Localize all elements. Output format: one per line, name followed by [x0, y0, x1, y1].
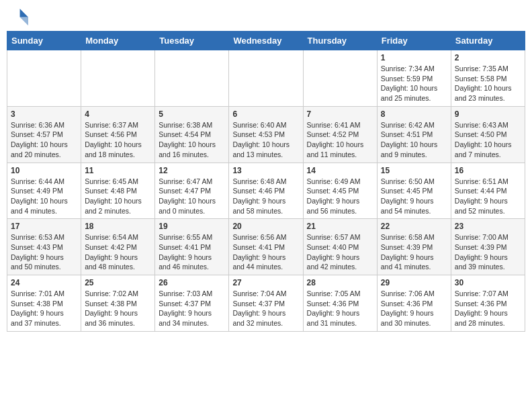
day-number: 10	[11, 166, 77, 175]
logo-icon	[9, 7, 28, 26]
day-info: Sunrise: 6:45 AM Sunset: 4:48 PM Dayligh…	[85, 177, 151, 216]
calendar-cell: 10Sunrise: 6:44 AM Sunset: 4:49 PM Dayli…	[7, 163, 81, 219]
calendar-cell: 15Sunrise: 6:50 AM Sunset: 4:45 PM Dayli…	[377, 163, 451, 219]
calendar-header: SundayMondayTuesdayWednesdayThursdayFrid…	[7, 32, 525, 50]
day-number: 18	[85, 222, 151, 231]
calendar-cell: 17Sunrise: 6:53 AM Sunset: 4:43 PM Dayli…	[7, 219, 81, 275]
day-info: Sunrise: 7:34 AM Sunset: 5:59 PM Dayligh…	[381, 64, 447, 103]
day-number: 23	[455, 222, 521, 231]
calendar-cell: 13Sunrise: 6:48 AM Sunset: 4:46 PM Dayli…	[229, 163, 303, 219]
day-number: 8	[381, 109, 447, 119]
day-info: Sunrise: 6:40 AM Sunset: 4:53 PM Dayligh…	[232, 120, 299, 160]
day-info: Sunrise: 7:00 AM Sunset: 4:39 PM Dayligh…	[455, 232, 521, 272]
day-of-week-wednesday: Wednesday	[229, 32, 303, 50]
day-info: Sunrise: 6:50 AM Sunset: 4:45 PM Dayligh…	[381, 177, 447, 216]
day-number: 13	[232, 166, 299, 175]
day-number: 21	[307, 222, 373, 231]
calendar-cell: 6Sunrise: 6:40 AM Sunset: 4:53 PM Daylig…	[229, 106, 303, 163]
day-number: 12	[159, 166, 225, 175]
day-number: 2	[455, 53, 521, 62]
day-number: 25	[85, 278, 151, 287]
day-number: 6	[232, 109, 299, 119]
calendar-cell: 20Sunrise: 6:56 AM Sunset: 4:41 PM Dayli…	[229, 219, 303, 275]
day-info: Sunrise: 7:02 AM Sunset: 4:38 PM Dayligh…	[85, 289, 151, 328]
day-info: Sunrise: 6:49 AM Sunset: 4:45 PM Dayligh…	[307, 177, 373, 216]
day-info: Sunrise: 6:48 AM Sunset: 4:46 PM Dayligh…	[232, 177, 299, 216]
day-of-week-tuesday: Tuesday	[155, 32, 229, 50]
calendar-cell: 4Sunrise: 6:37 AM Sunset: 4:56 PM Daylig…	[81, 106, 155, 163]
day-number: 7	[307, 109, 373, 119]
day-of-week-sunday: Sunday	[7, 32, 81, 50]
calendar-cell: 7Sunrise: 6:41 AM Sunset: 4:52 PM Daylig…	[303, 106, 377, 163]
calendar-cell: 2Sunrise: 7:35 AM Sunset: 5:58 PM Daylig…	[451, 50, 525, 107]
day-number: 30	[455, 278, 521, 287]
calendar-cell	[81, 50, 155, 107]
calendar-cell: 11Sunrise: 6:45 AM Sunset: 4:48 PM Dayli…	[81, 163, 155, 219]
day-number: 29	[381, 278, 447, 287]
calendar-table: SundayMondayTuesdayWednesdayThursdayFrid…	[7, 31, 525, 332]
day-info: Sunrise: 6:58 AM Sunset: 4:39 PM Dayligh…	[381, 232, 447, 272]
day-number: 24	[11, 278, 77, 287]
day-info: Sunrise: 6:47 AM Sunset: 4:47 PM Dayligh…	[159, 177, 225, 216]
calendar-cell: 24Sunrise: 7:01 AM Sunset: 4:38 PM Dayli…	[7, 275, 81, 332]
calendar-cell: 16Sunrise: 6:51 AM Sunset: 4:44 PM Dayli…	[451, 163, 525, 219]
page-header	[7, 7, 525, 26]
day-info: Sunrise: 6:36 AM Sunset: 4:57 PM Dayligh…	[11, 120, 77, 160]
calendar-week-3: 10Sunrise: 6:44 AM Sunset: 4:49 PM Dayli…	[7, 163, 525, 219]
day-info: Sunrise: 6:38 AM Sunset: 4:54 PM Dayligh…	[159, 120, 225, 160]
day-info: Sunrise: 6:55 AM Sunset: 4:41 PM Dayligh…	[159, 232, 225, 272]
day-number: 20	[232, 222, 299, 231]
day-info: Sunrise: 6:44 AM Sunset: 4:49 PM Dayligh…	[11, 177, 77, 216]
logo	[9, 7, 31, 26]
day-info: Sunrise: 6:54 AM Sunset: 4:42 PM Dayligh…	[85, 232, 151, 272]
day-number: 4	[85, 109, 151, 119]
day-info: Sunrise: 7:01 AM Sunset: 4:38 PM Dayligh…	[11, 289, 77, 328]
calendar-cell: 25Sunrise: 7:02 AM Sunset: 4:38 PM Dayli…	[81, 275, 155, 332]
calendar-week-5: 24Sunrise: 7:01 AM Sunset: 4:38 PM Dayli…	[7, 275, 525, 332]
calendar-cell: 30Sunrise: 7:07 AM Sunset: 4:36 PM Dayli…	[451, 275, 525, 332]
day-info: Sunrise: 6:56 AM Sunset: 4:41 PM Dayligh…	[232, 232, 299, 272]
day-of-week-saturday: Saturday	[451, 32, 525, 50]
day-number: 27	[232, 278, 299, 287]
day-number: 17	[11, 222, 77, 231]
day-info: Sunrise: 7:06 AM Sunset: 4:36 PM Dayligh…	[381, 289, 447, 328]
calendar-week-2: 3Sunrise: 6:36 AM Sunset: 4:57 PM Daylig…	[7, 106, 525, 163]
day-of-week-monday: Monday	[81, 32, 155, 50]
day-of-week-thursday: Thursday	[303, 32, 377, 50]
calendar-cell: 3Sunrise: 6:36 AM Sunset: 4:57 PM Daylig…	[7, 106, 81, 163]
day-number: 11	[85, 166, 151, 175]
calendar-cell	[155, 50, 229, 107]
calendar-cell: 14Sunrise: 6:49 AM Sunset: 4:45 PM Dayli…	[303, 163, 377, 219]
calendar-cell: 23Sunrise: 7:00 AM Sunset: 4:39 PM Dayli…	[451, 219, 525, 275]
day-info: Sunrise: 6:37 AM Sunset: 4:56 PM Dayligh…	[85, 120, 151, 160]
day-number: 5	[159, 109, 225, 119]
calendar-cell: 12Sunrise: 6:47 AM Sunset: 4:47 PM Dayli…	[155, 163, 229, 219]
day-number: 3	[11, 109, 77, 119]
day-info: Sunrise: 7:07 AM Sunset: 4:36 PM Dayligh…	[455, 289, 521, 328]
calendar-cell: 27Sunrise: 7:04 AM Sunset: 4:37 PM Dayli…	[229, 275, 303, 332]
calendar-body: 1Sunrise: 7:34 AM Sunset: 5:59 PM Daylig…	[7, 50, 525, 332]
day-info: Sunrise: 6:42 AM Sunset: 4:51 PM Dayligh…	[381, 120, 447, 160]
day-info: Sunrise: 7:03 AM Sunset: 4:37 PM Dayligh…	[159, 289, 225, 328]
day-number: 22	[381, 222, 447, 231]
header-row: SundayMondayTuesdayWednesdayThursdayFrid…	[7, 32, 525, 50]
day-info: Sunrise: 6:43 AM Sunset: 4:50 PM Dayligh…	[455, 120, 521, 160]
day-number: 19	[159, 222, 225, 231]
calendar-cell: 1Sunrise: 7:34 AM Sunset: 5:59 PM Daylig…	[377, 50, 451, 107]
svg-marker-1	[20, 17, 28, 26]
calendar-cell: 22Sunrise: 6:58 AM Sunset: 4:39 PM Dayli…	[377, 219, 451, 275]
calendar-cell: 5Sunrise: 6:38 AM Sunset: 4:54 PM Daylig…	[155, 106, 229, 163]
calendar-cell	[303, 50, 377, 107]
calendar-cell	[229, 50, 303, 107]
svg-marker-0	[20, 9, 28, 17]
day-info: Sunrise: 6:53 AM Sunset: 4:43 PM Dayligh…	[11, 232, 77, 272]
calendar-cell: 18Sunrise: 6:54 AM Sunset: 4:42 PM Dayli…	[81, 219, 155, 275]
calendar-cell: 28Sunrise: 7:05 AM Sunset: 4:36 PM Dayli…	[303, 275, 377, 332]
calendar-cell: 26Sunrise: 7:03 AM Sunset: 4:37 PM Dayli…	[155, 275, 229, 332]
calendar-cell	[7, 50, 81, 107]
day-info: Sunrise: 7:05 AM Sunset: 4:36 PM Dayligh…	[307, 289, 373, 328]
calendar-cell: 21Sunrise: 6:57 AM Sunset: 4:40 PM Dayli…	[303, 219, 377, 275]
day-number: 1	[381, 53, 447, 62]
day-info: Sunrise: 7:35 AM Sunset: 5:58 PM Dayligh…	[455, 64, 521, 103]
day-info: Sunrise: 6:51 AM Sunset: 4:44 PM Dayligh…	[455, 177, 521, 216]
